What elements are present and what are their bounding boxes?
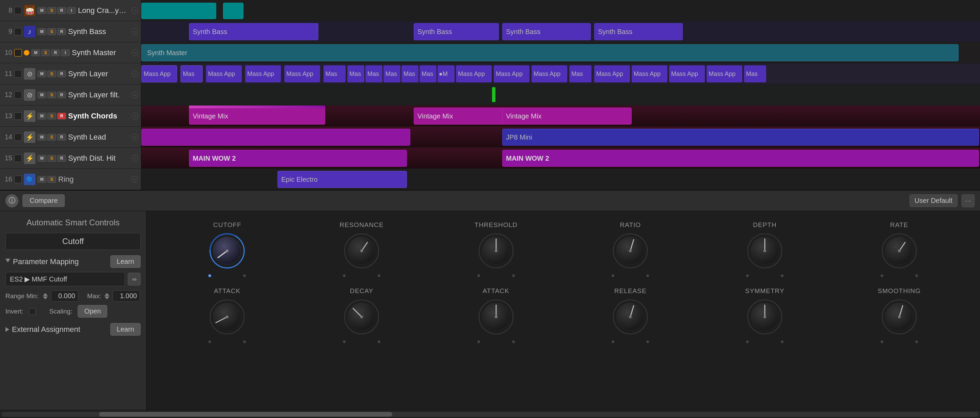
track-checkbox-11[interactable] xyxy=(14,70,22,78)
track-name-11: Synth Layer xyxy=(68,70,129,78)
knob-smoothing[interactable]: SMOOTHING xyxy=(872,287,926,343)
ext-assignment-toggle[interactable] xyxy=(5,327,9,332)
svg-point-20 xyxy=(629,250,632,252)
knob-dot-right xyxy=(512,274,515,277)
knob-threshold[interactable]: THRESHOLD xyxy=(469,221,523,277)
knob-resonance[interactable]: RESONANCE xyxy=(334,221,389,277)
panel-title: Automatic Smart Controls xyxy=(5,218,141,227)
track-icon-12: ⊘ xyxy=(24,89,35,101)
solo-btn-13[interactable]: S xyxy=(47,113,56,119)
track-row: 11 ⊘ M S R Synth Layer ○ Mass App Mas Ma… xyxy=(0,63,980,84)
mute-btn-10[interactable]: M xyxy=(31,49,40,56)
input-btn-8[interactable]: I xyxy=(67,7,76,14)
info-button[interactable]: ⓘ xyxy=(5,194,18,207)
mapping-icon-button[interactable]: ⇔ xyxy=(128,273,141,286)
smart-controls-area: ⓘ Compare User Default ⋯ Automatic Smart… xyxy=(0,191,980,418)
track-checkbox-13[interactable] xyxy=(14,112,22,120)
mute-btn-13[interactable]: M xyxy=(37,113,46,119)
solo-btn-8[interactable]: S xyxy=(47,7,56,14)
track-controls-15: M S R xyxy=(37,155,66,162)
mute-btn-15[interactable]: M xyxy=(37,155,46,162)
knob-ratio-control[interactable] xyxy=(612,232,649,270)
track-end-12: ○ xyxy=(131,92,138,99)
knob-cutoff[interactable]: CUTOFF xyxy=(200,221,255,277)
knob-dot-left xyxy=(612,340,614,343)
knob-release[interactable]: RELEASE xyxy=(603,287,657,343)
track-content-8 xyxy=(141,0,980,21)
param-mapping-toggle[interactable] xyxy=(5,259,10,265)
knob-symmetry[interactable]: SYMMETRY xyxy=(738,287,792,343)
range-max-down-arrow[interactable] xyxy=(105,297,109,299)
rec-btn-12[interactable]: R xyxy=(57,92,66,99)
knob-threshold-control[interactable] xyxy=(477,232,515,270)
rec-btn-13[interactable]: R xyxy=(57,113,66,119)
solo-btn-11[interactable]: S xyxy=(47,70,56,77)
track-number-15: 15 xyxy=(3,154,12,162)
rec-btn-11[interactable]: R xyxy=(57,70,66,77)
mapping-select[interactable]: ES2 ▶ MMF Cutoff xyxy=(5,272,125,286)
range-max-up-arrow[interactable] xyxy=(105,293,109,296)
range-min-up-arrow[interactable] xyxy=(43,293,48,296)
knob-attack-1[interactable]: ATTACK xyxy=(200,287,255,343)
mute-btn-9[interactable]: M xyxy=(37,28,46,35)
knob-ratio[interactable]: RATIO xyxy=(603,221,657,277)
knob-symmetry-control[interactable] xyxy=(746,298,784,335)
rec-btn-9[interactable]: R xyxy=(57,28,66,35)
solo-btn-14[interactable]: S xyxy=(47,134,56,141)
mute-btn-14[interactable]: M xyxy=(37,134,46,141)
solo-btn-12[interactable]: S xyxy=(47,92,56,99)
mute-btn-8[interactable]: M xyxy=(37,7,46,14)
solo-btn-9[interactable]: S xyxy=(47,28,56,35)
knob-symmetry-dots xyxy=(746,340,784,343)
input-btn-10[interactable]: I xyxy=(61,49,70,56)
track-checkbox-9[interactable] xyxy=(14,28,22,35)
knob-dot-right xyxy=(781,274,784,277)
solo-btn-15[interactable]: S xyxy=(47,155,56,162)
knob-dot-right xyxy=(378,340,380,343)
range-min-down-arrow[interactable] xyxy=(43,297,48,299)
open-button[interactable]: Open xyxy=(78,305,107,318)
knob-decay[interactable]: DECAY xyxy=(334,287,389,343)
compare-button[interactable]: Compare xyxy=(22,194,65,207)
track-checkbox-8[interactable] xyxy=(14,7,22,14)
solo-btn-16[interactable]: S xyxy=(47,176,56,183)
knob-resonance-control[interactable] xyxy=(343,232,380,270)
param-mapping-learn-button[interactable]: Learn xyxy=(110,255,141,268)
knob-smoothing-control[interactable] xyxy=(881,298,918,335)
knob-attack2-control[interactable] xyxy=(477,298,515,335)
track-checkbox-16[interactable] xyxy=(14,176,22,183)
knob-depth-control[interactable] xyxy=(746,232,784,270)
controls-icon-button[interactable]: ⋯ xyxy=(962,194,975,207)
knob-depth[interactable]: DEPTH xyxy=(738,221,792,277)
knob-dot-left xyxy=(746,274,749,277)
rec-btn-15[interactable]: R xyxy=(57,155,66,162)
knob-dot-left xyxy=(343,274,345,277)
range-min-arrows[interactable] xyxy=(43,293,48,299)
knob-rate[interactable]: RATE xyxy=(872,221,926,277)
user-default-select[interactable]: User Default xyxy=(910,194,958,207)
knob-release-control[interactable] xyxy=(612,298,649,335)
mute-btn-16[interactable]: M xyxy=(37,176,46,183)
scrollbar-track[interactable] xyxy=(2,412,978,416)
scrollbar-thumb[interactable] xyxy=(99,412,392,416)
rec-btn-10[interactable]: R xyxy=(51,49,60,56)
range-max-arrows[interactable] xyxy=(105,293,109,299)
track-checkbox-12[interactable] xyxy=(14,91,22,99)
ext-assignment-learn-button[interactable]: Learn xyxy=(110,323,141,335)
track-checkbox-14[interactable] xyxy=(14,134,22,141)
track-header-13: 13 ⚡ M S R Synth Chords ○ xyxy=(0,105,141,126)
knob-decay-control[interactable] xyxy=(343,298,380,335)
rec-btn-14[interactable]: R xyxy=(57,134,66,141)
knob-cutoff-control[interactable] xyxy=(208,232,246,270)
knob-rate-control[interactable] xyxy=(881,232,918,270)
knob-attack1-control[interactable] xyxy=(208,298,246,335)
track-checkbox-10[interactable] xyxy=(14,49,22,57)
mute-btn-11[interactable]: M xyxy=(37,70,46,77)
track-checkbox-15[interactable] xyxy=(14,154,22,162)
rec-btn-8[interactable]: R xyxy=(57,7,66,14)
invert-checkbox[interactable] xyxy=(29,308,36,315)
solo-btn-10[interactable]: S xyxy=(41,49,50,56)
mute-btn-12[interactable]: M xyxy=(37,92,46,99)
svg-point-15 xyxy=(495,250,498,252)
knob-attack-2[interactable]: ATTACK xyxy=(469,287,523,343)
